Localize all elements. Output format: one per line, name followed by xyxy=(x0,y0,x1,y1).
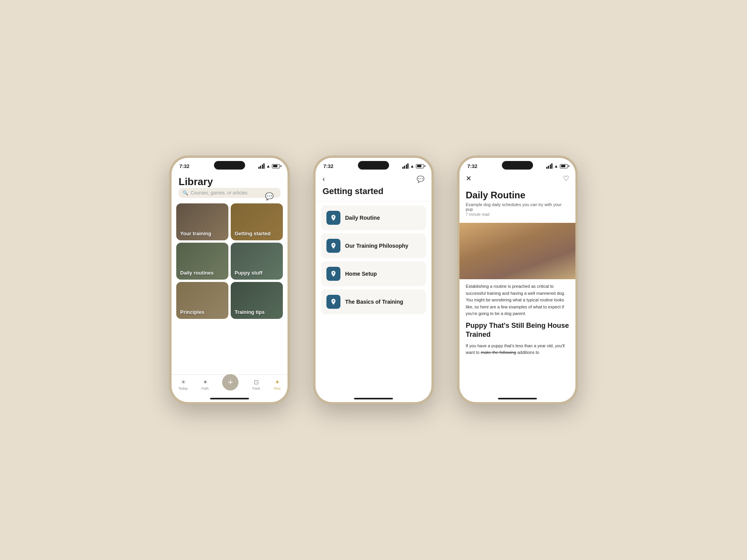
library-screen: Library 💬 🔍 Courses, games, or articles … xyxy=(172,172,288,374)
wifi-icon-1: ▲ xyxy=(266,164,270,168)
menu-label-daily-routine: Daily Routine xyxy=(345,215,380,221)
notch-3 xyxy=(502,161,533,170)
plus-tab-label: Plus xyxy=(274,387,281,390)
nav-today[interactable]: ☀ Today xyxy=(179,378,188,390)
status-icons-3: ▲ xyxy=(546,163,568,169)
card-label-training-tips: Training tips xyxy=(235,309,265,315)
chat-icon-gs[interactable]: 💬 xyxy=(417,175,424,183)
menu-item-training-philosophy[interactable]: Our Training Philosophy xyxy=(321,233,426,258)
home-indicator-3 xyxy=(459,395,575,402)
article-nav: ✕ ♡ xyxy=(459,172,575,186)
menu-label-training-philosophy: Our Training Philosophy xyxy=(345,243,409,249)
card-label-puppy-stuff: Puppy stuff xyxy=(235,270,263,276)
home-bar-2 xyxy=(354,398,393,399)
menu-item-home-setup[interactable]: Home Setup xyxy=(321,261,426,286)
battery-icon-1 xyxy=(272,164,280,168)
pack-label: Pack xyxy=(253,387,260,390)
phone-library: 7:32 ▲ Library 💬 🔍 xyxy=(169,156,290,404)
menu-icon-daily-routine xyxy=(326,211,340,225)
article-header: Daily Routine Example dog daily schedule… xyxy=(459,186,575,223)
battery-icon-2 xyxy=(416,164,424,168)
home-indicator-1 xyxy=(172,395,288,402)
article-title: Daily Routine xyxy=(466,190,569,201)
signal-icon-1 xyxy=(258,163,265,169)
article-content[interactable]: Daily Routine Example dog daily schedule… xyxy=(459,186,575,395)
wifi-icon-3: ▲ xyxy=(554,164,558,168)
grid-card-daily-routines[interactable]: Daily routines xyxy=(176,243,228,280)
path-label: Path xyxy=(202,387,209,390)
home-bar-3 xyxy=(498,398,537,399)
menu-item-basics-training[interactable]: The Basics of Training xyxy=(321,289,426,314)
menu-item-daily-routine[interactable]: Daily Routine xyxy=(321,205,426,230)
back-row: ‹ 💬 xyxy=(323,175,424,183)
card-label-principles: Principles xyxy=(180,309,204,315)
getting-started-screen: ‹ 💬 Getting started Daily Routine xyxy=(316,172,431,395)
pack-icon: ⊡ xyxy=(254,378,259,386)
today-icon: ☀ xyxy=(181,378,186,386)
status-icons-2: ▲ xyxy=(402,163,424,169)
article-read-time: 7 minute read xyxy=(466,212,569,217)
grid-card-your-training[interactable]: Your training xyxy=(176,203,228,240)
status-icons-1: ▲ xyxy=(258,163,280,169)
notch-1 xyxy=(214,161,245,170)
grid-card-getting-started[interactable]: Getting started xyxy=(231,203,283,240)
close-button[interactable]: ✕ xyxy=(466,174,472,183)
nav-plus-button[interactable]: + xyxy=(222,374,238,390)
status-bar-1: 7:32 ▲ xyxy=(172,158,288,172)
heart-button[interactable]: ♡ xyxy=(563,174,569,183)
back-button[interactable]: ‹ xyxy=(323,175,325,183)
phone-getting-started: 7:32 ▲ ‹ 💬 Getting started xyxy=(313,156,434,404)
wifi-icon-2: ▲ xyxy=(410,164,414,168)
menu-label-basics-training: The Basics of Training xyxy=(345,299,403,305)
chat-icon[interactable]: 💬 xyxy=(265,192,274,201)
status-bar-2: 7:32 ▲ xyxy=(316,158,431,172)
search-icon: 🔍 xyxy=(182,190,188,196)
menu-icon-training-philosophy xyxy=(326,239,340,253)
plus-tab-icon: ✦ xyxy=(275,378,280,386)
phone-article: 7:32 ▲ ✕ ♡ Daily Routine Example dog dai… xyxy=(457,156,578,404)
article-image xyxy=(459,223,575,279)
card-label-your-training: Your training xyxy=(180,231,211,236)
status-bar-3: 7:32 ▲ xyxy=(459,158,575,172)
article-body: Establishing a routine is preached as cr… xyxy=(459,279,575,364)
home-indicator-2 xyxy=(316,395,431,402)
article-body-second: If you have a puppy that's less than a y… xyxy=(466,343,569,356)
signal-icon-2 xyxy=(402,163,409,169)
article-subtitle: Example dog daily schedules you can try … xyxy=(466,202,569,212)
gs-header: ‹ 💬 Getting started xyxy=(316,172,431,201)
article-section-title: Puppy That's Still Being House Trained xyxy=(466,321,569,340)
nav-path[interactable]: ✦ Path xyxy=(202,378,209,390)
grid-card-puppy-stuff[interactable]: Puppy stuff xyxy=(231,243,283,280)
nav-pack[interactable]: ⊡ Pack xyxy=(253,378,260,390)
article-body-text: Establishing a routine is preached as cr… xyxy=(466,283,569,317)
grid-card-principles[interactable]: Principles xyxy=(176,282,228,319)
menu-label-home-setup: Home Setup xyxy=(345,271,377,277)
time-3: 7:32 xyxy=(467,163,477,169)
time-2: 7:32 xyxy=(323,163,333,169)
card-label-daily-routines: Daily routines xyxy=(180,270,214,276)
card-label-getting-started: Getting started xyxy=(235,231,270,236)
bottom-nav: ☀ Today ✦ Path + ⊡ Pack ✦ Plus xyxy=(172,374,288,395)
article-image-inner xyxy=(459,223,575,279)
battery-icon-3 xyxy=(560,164,568,168)
menu-icon-home-setup xyxy=(326,267,340,281)
path-icon: ✦ xyxy=(203,378,208,386)
library-header: Library 💬 🔍 Courses, games, or articles xyxy=(172,172,288,201)
time-1: 7:32 xyxy=(179,163,189,169)
nav-plus-tab[interactable]: ✦ Plus xyxy=(274,378,281,390)
menu-list: Daily Routine Our Training Philosophy xyxy=(316,201,431,318)
strikethrough-text: make the following xyxy=(481,350,516,355)
signal-icon-3 xyxy=(546,163,553,169)
grid-card-training-tips[interactable]: Training tips xyxy=(231,282,283,319)
home-bar-1 xyxy=(210,398,249,399)
today-label: Today xyxy=(179,387,188,390)
notch-2 xyxy=(358,161,389,170)
library-title: Library xyxy=(179,176,213,187)
getting-started-title: Getting started xyxy=(323,186,424,196)
menu-icon-basics-training xyxy=(326,295,340,309)
library-grid: Your training Getting started Daily rout… xyxy=(172,201,288,322)
search-placeholder: Courses, games, or articles xyxy=(191,190,247,196)
